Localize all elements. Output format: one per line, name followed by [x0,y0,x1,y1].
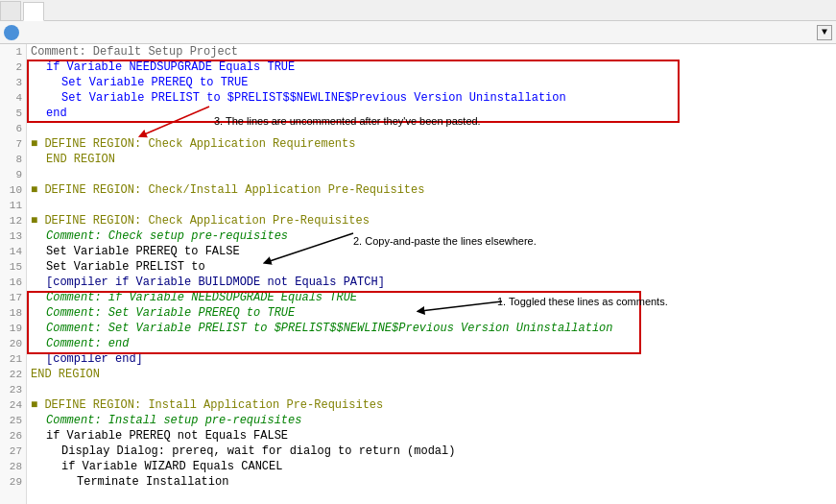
editor-area: 1234567891011121314151617181920212223242… [0,44,836,504]
code-line-5: end [31,106,836,121]
code-line-27: Display Dialog: prereq, wait for dialog … [31,444,836,459]
code-line-20: Comment: end [31,336,836,351]
code-line-11 [31,198,836,213]
code-line-17: Comment: if Variable NEEDSUPGRADE Equals… [31,290,836,305]
code-line-12: ■ DEFINE REGION: Check Application Pre-R… [31,213,836,228]
code-line-2: if Variable NEEDSUPGRADE Equals TRUE [31,60,836,75]
project-icon [4,25,19,40]
code-line-14: Set Variable PREREQ to FALSE [31,244,836,259]
tab-new-project[interactable] [23,2,44,21]
code-line-10: ■ DEFINE REGION: Check/Install Applicati… [31,182,836,198]
code-line-6 [31,121,836,136]
code-line-18: Comment: Set Variable PREREQ to TRUE [31,305,836,321]
code-line-24: ■ DEFINE REGION: Install Application Pre… [31,397,836,413]
code-line-16: [compiler if Variable BUILDMODE not Equa… [31,275,836,290]
code-line-7: ■ DEFINE REGION: Check Application Requi… [31,136,836,152]
code-line-1: Comment: Default Setup Project [31,44,836,60]
code-line-28: if Variable WIZARD Equals CANCEL [31,459,836,474]
code-line-4: Set Variable PRELIST to $PRELIST$$NEWLIN… [31,90,836,106]
code-line-3: Set Variable PREREQ to TRUE [31,75,836,90]
toolbar: ▼ [0,21,836,44]
code-line-23 [31,382,836,397]
code-line-26: if Variable PREREQ not Equals FALSE [31,428,836,444]
code-line-19: Comment: Set Variable PRELIST to $PRELIS… [31,321,836,336]
code-content[interactable]: 3. The lines are uncommented after they'… [27,44,836,504]
code-line-15: Set Variable PRELIST to [31,259,836,275]
tabs-bar [0,0,836,21]
code-line-21: [compiler end] [31,351,836,367]
code-line-13: Comment: Check setup pre-requisites [31,228,836,244]
code-line-25: Comment: Install setup pre-requisites [31,413,836,428]
code-line-22: END REGION [31,367,836,382]
code-line-9 [31,167,836,182]
tab-welcome[interactable] [0,1,21,20]
toolbar-dropdown-icon[interactable]: ▼ [817,25,832,40]
code-line-29: Terminate Installation [31,474,836,490]
code-line-8: END REGION [31,152,836,167]
line-numbers: 1234567891011121314151617181920212223242… [0,44,27,504]
